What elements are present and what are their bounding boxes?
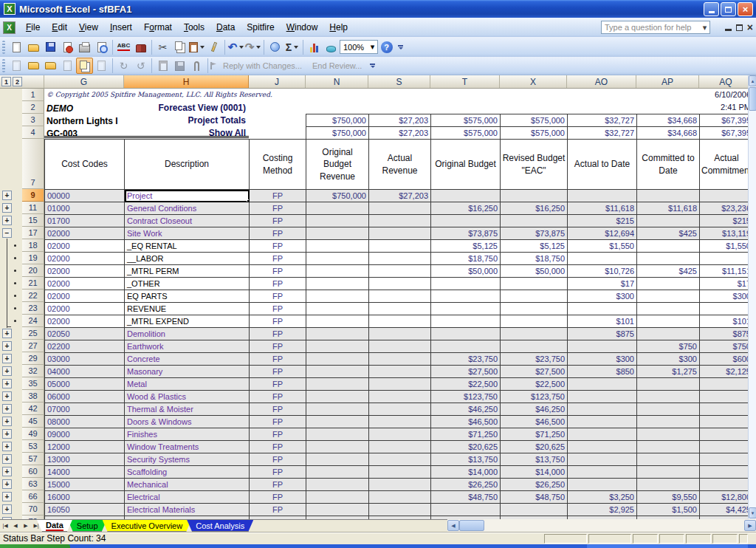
value-cell[interactable] bbox=[637, 403, 700, 416]
value-cell[interactable] bbox=[369, 328, 431, 340]
value-cell[interactable]: $2,125 bbox=[700, 366, 748, 378]
value-cell[interactable] bbox=[369, 366, 431, 378]
value-cell[interactable] bbox=[306, 215, 369, 227]
value-cell[interactable]: $12,800 bbox=[700, 491, 748, 504]
total-cell[interactable]: $67,395 bbox=[700, 114, 748, 127]
row-header-49[interactable]: 49 bbox=[22, 428, 44, 440]
sheet-tab-executive-overview[interactable]: Executive Overview bbox=[103, 520, 192, 532]
description-cell[interactable]: REVENUE bbox=[125, 303, 250, 315]
value-cell[interactable] bbox=[369, 466, 431, 479]
value-cell[interactable] bbox=[501, 278, 568, 290]
expand-group-icon[interactable]: + bbox=[2, 191, 12, 200]
description-cell[interactable]: EQ PARTS bbox=[125, 290, 250, 303]
cost-code-cell[interactable]: 01000 bbox=[45, 202, 125, 215]
value-cell[interactable]: $23,236 bbox=[700, 202, 748, 215]
description-cell[interactable]: Demolition bbox=[125, 328, 250, 340]
value-cell[interactable]: $101 bbox=[568, 315, 637, 328]
total-cell[interactable]: $32,727 bbox=[568, 114, 637, 127]
costing-method-cell[interactable]: FP bbox=[250, 215, 306, 227]
row-header-22[interactable]: 22 bbox=[22, 290, 44, 302]
description-cell[interactable]: Wood & Plastics bbox=[125, 391, 250, 403]
cost-code-cell[interactable]: 02000 bbox=[45, 227, 125, 240]
costing-method-cell[interactable]: FP bbox=[250, 391, 306, 403]
column-header-AP[interactable]: AP bbox=[636, 75, 699, 89]
menu-format[interactable]: Format bbox=[138, 19, 178, 35]
total-cell[interactable]: $34,668 bbox=[637, 114, 700, 127]
mark-comment-icon[interactable] bbox=[154, 58, 171, 74]
value-cell[interactable]: $46,250 bbox=[501, 403, 568, 416]
costing-method-cell[interactable]: FP bbox=[250, 441, 306, 453]
value-cell[interactable]: $16,250 bbox=[431, 202, 501, 215]
value-cell[interactable]: $27,203 bbox=[369, 190, 431, 202]
menu-tools[interactable]: Tools bbox=[178, 19, 210, 35]
value-cell[interactable]: $48,750 bbox=[501, 491, 568, 504]
row-header-27[interactable]: 27 bbox=[22, 340, 44, 352]
description-cell[interactable]: Security Systems bbox=[125, 453, 250, 466]
value-cell[interactable] bbox=[568, 428, 637, 441]
value-cell[interactable]: $11,618 bbox=[568, 202, 637, 215]
menu-insert[interactable]: Insert bbox=[104, 19, 138, 35]
show-comment-icon[interactable] bbox=[59, 58, 76, 74]
value-cell[interactable]: $13,750 bbox=[501, 453, 568, 466]
column-header-X[interactable]: X bbox=[500, 75, 567, 89]
cost-code-cell[interactable]: 02000 bbox=[45, 265, 125, 278]
row-header-24[interactable]: 24 bbox=[22, 315, 44, 327]
value-cell[interactable] bbox=[306, 290, 369, 303]
costing-method-cell[interactable]: FP bbox=[250, 253, 306, 265]
redo-icon[interactable]: ↷ bbox=[244, 39, 261, 55]
value-cell[interactable]: $17 bbox=[568, 278, 637, 290]
value-cell[interactable] bbox=[637, 428, 700, 441]
row-header-38[interactable]: 38 bbox=[22, 390, 44, 403]
description-cell[interactable]: Masonary bbox=[125, 366, 250, 378]
value-cell[interactable] bbox=[306, 366, 369, 378]
value-cell[interactable] bbox=[369, 315, 431, 328]
costing-method-cell[interactable]: FP bbox=[250, 453, 306, 466]
value-cell[interactable] bbox=[306, 479, 369, 491]
tab-next-icon[interactable]: ▶ bbox=[21, 520, 31, 532]
column-header-AO[interactable]: AO bbox=[567, 75, 636, 89]
value-cell[interactable]: $3,250 bbox=[568, 491, 637, 504]
value-cell[interactable] bbox=[568, 453, 637, 466]
cost-code-cell[interactable]: 02000 bbox=[45, 253, 125, 265]
fill-handle[interactable] bbox=[247, 199, 250, 202]
column-header-S[interactable]: S bbox=[368, 75, 430, 89]
value-cell[interactable] bbox=[431, 504, 501, 516]
value-cell[interactable] bbox=[306, 265, 369, 278]
expand-group-icon[interactable]: + bbox=[2, 492, 12, 501]
expand-group-icon[interactable]: + bbox=[2, 391, 12, 401]
menu-view[interactable]: View bbox=[73, 19, 104, 35]
costing-method-cell[interactable]: FP bbox=[250, 479, 306, 491]
total-cell[interactable]: $750,000 bbox=[306, 127, 369, 140]
column-header-T[interactable]: T bbox=[430, 75, 500, 89]
expand-group-icon[interactable]: + bbox=[2, 404, 12, 414]
row-header-1[interactable]: 1 bbox=[22, 89, 44, 101]
cost-code-cell[interactable]: 02000 bbox=[45, 303, 125, 315]
cost-code-cell[interactable]: 09000 bbox=[45, 428, 125, 441]
drawing-icon[interactable] bbox=[323, 39, 340, 55]
value-cell[interactable]: $73,875 bbox=[501, 227, 568, 240]
description-cell[interactable]: General Conditions bbox=[125, 202, 250, 215]
value-cell[interactable]: $9,550 bbox=[637, 491, 700, 504]
costing-method-cell[interactable]: FP bbox=[250, 353, 306, 366]
description-cell[interactable]: __LABOR bbox=[125, 253, 250, 265]
value-cell[interactable]: $10,726 bbox=[568, 265, 637, 278]
expand-group-icon[interactable]: + bbox=[2, 203, 12, 213]
value-cell[interactable] bbox=[369, 303, 431, 315]
expand-group-icon[interactable]: + bbox=[2, 429, 12, 439]
horizontal-scroll-thumb[interactable] bbox=[459, 520, 484, 531]
value-cell[interactable] bbox=[700, 441, 748, 453]
value-cell[interactable] bbox=[700, 391, 748, 403]
value-cell[interactable] bbox=[637, 391, 700, 403]
value-cell[interactable]: $50,000 bbox=[501, 265, 568, 278]
restore-button[interactable] bbox=[721, 2, 736, 16]
value-cell[interactable]: $20,625 bbox=[431, 441, 501, 453]
menu-data[interactable]: Data bbox=[210, 19, 241, 35]
value-cell[interactable]: $26,250 bbox=[501, 479, 568, 491]
cost-code-cell[interactable]: 03000 bbox=[45, 353, 125, 366]
value-cell[interactable] bbox=[700, 466, 748, 479]
value-cell[interactable]: $1,550 bbox=[568, 240, 637, 253]
value-cell[interactable]: $46,250 bbox=[431, 403, 501, 416]
value-cell[interactable]: $16,250 bbox=[501, 202, 568, 215]
permission-icon[interactable] bbox=[59, 39, 76, 55]
row-header-20[interactable]: 20 bbox=[22, 264, 44, 277]
